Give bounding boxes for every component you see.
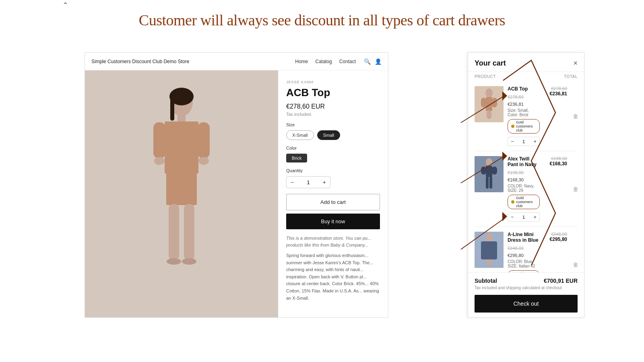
nav-catalog[interactable]: Catalog xyxy=(315,59,332,64)
product-price: €278,60 EUR xyxy=(286,103,380,110)
item-total-orig-3: €348,00 xyxy=(551,232,567,237)
item-delete-1[interactable]: 🗑 xyxy=(573,113,578,119)
svg-rect-20 xyxy=(486,166,492,177)
account-icon[interactable]: 👤 xyxy=(375,58,382,65)
item-qty-decrease-2[interactable]: − xyxy=(508,213,517,221)
cart-title: Your cart xyxy=(475,59,506,68)
svg-point-25 xyxy=(486,234,492,242)
item-thumb-model-3 xyxy=(477,234,501,266)
item-total-disc-1: €236,81 xyxy=(550,91,567,97)
gold-dot-1 xyxy=(511,125,514,128)
cart-item-2: Alex Twill Pant in Navy €198,00 €168,30 … xyxy=(475,151,578,227)
buy-now-button[interactable]: Buy it now xyxy=(286,214,380,229)
color-options: Brick xyxy=(286,154,380,162)
item-delete-3[interactable]: 🗑 xyxy=(573,261,578,268)
item-total-disc-3: €295,80 xyxy=(550,237,567,242)
item-total-orig-2: €198,00 xyxy=(551,156,567,161)
qty-decrease[interactable]: − xyxy=(287,177,298,188)
item-qty-val-1: 1 xyxy=(517,139,531,144)
badge-label-2: Gold customers club xyxy=(516,196,536,208)
qty-increase[interactable]: + xyxy=(319,177,330,188)
svg-point-19 xyxy=(486,158,492,166)
svg-rect-4 xyxy=(165,121,198,174)
cart-item: ACB Top €278,60 €236,81 Size: Small,Colo… xyxy=(475,81,578,151)
product-image-area xyxy=(85,70,278,317)
svg-rect-22 xyxy=(492,167,497,175)
svg-rect-21 xyxy=(481,167,486,175)
item-info-1: ACB Top €278,60 €236,81 Size: Small,Colo… xyxy=(508,86,540,146)
nav-home[interactable]: Home xyxy=(295,59,308,64)
size-xsmall[interactable]: X-Small xyxy=(286,130,314,140)
color-brick[interactable]: Brick xyxy=(286,154,307,162)
svg-rect-11 xyxy=(184,204,194,260)
item-info-3: A-Line Mini Dress in Blue €348,00 €295,8… xyxy=(508,232,540,272)
item-total-orig-1: €278,60 xyxy=(551,86,567,91)
qty-value: 1 xyxy=(298,179,319,185)
size-small[interactable]: Small xyxy=(317,130,341,140)
svg-rect-10 xyxy=(169,204,179,260)
item-qty-decrease-1[interactable]: − xyxy=(508,137,517,146)
cart-footer: Subtotal €700,91 EUR Tax included and sh… xyxy=(468,272,584,317)
item-qty-1: − 1 + xyxy=(508,137,540,146)
checkout-button[interactable]: Check out xyxy=(475,295,578,313)
item-qty-increase-1[interactable]: + xyxy=(530,137,539,146)
search-icon[interactable]: 🔍 xyxy=(364,58,371,65)
tax-note: Tax included. xyxy=(286,112,380,117)
svg-rect-18 xyxy=(487,110,491,119)
headline: Customer will always see discount in all… xyxy=(0,11,644,29)
item-name-2: Alex Twill Pant in Navy xyxy=(508,156,540,167)
store-nav: Simple Customers Discount Club Demo Stor… xyxy=(85,53,388,70)
item-price-col-2: €198,00 €168,30 xyxy=(544,156,567,222)
item-name-1: ACB Top xyxy=(508,86,540,92)
item-orig-3: €348,00 xyxy=(508,246,524,251)
cart-items: ACB Top €278,60 €236,81 Size: Small,Colo… xyxy=(468,81,584,272)
item-delete-2[interactable]: 🗑 xyxy=(573,186,578,192)
svg-rect-5 xyxy=(153,122,165,158)
item-price-col-3: €348,00 €295,80 xyxy=(544,232,567,272)
gold-dot-2 xyxy=(511,200,514,204)
product-detail: JESSE KAMM ACB Top €278,60 EUR Tax inclu… xyxy=(278,70,388,317)
cart-item-3: A-Line Mini Dress in Blue €348,00 €295,8… xyxy=(475,227,578,272)
svg-point-13 xyxy=(182,258,196,265)
item-orig-1: €278,60 xyxy=(508,95,524,99)
col-total-header: TOTAL xyxy=(564,74,578,79)
product-desc: Spring forward with glorious enthusiasm.… xyxy=(286,252,380,302)
svg-rect-16 xyxy=(481,98,486,107)
svg-rect-27 xyxy=(486,259,489,265)
item-sale-2: €168,30 xyxy=(508,177,524,182)
svg-rect-23 xyxy=(486,177,489,189)
color-label: Color xyxy=(286,146,380,150)
item-price-col-1: €278,60 €236,81 xyxy=(544,86,567,146)
svg-point-12 xyxy=(167,258,181,265)
add-to-cart-button[interactable]: Add to cart xyxy=(286,194,380,210)
item-thumb-3 xyxy=(475,232,504,268)
subtotal-value: €700,91 EUR xyxy=(544,278,578,284)
store-nav-icons: 🔍 👤 xyxy=(364,58,382,65)
item-attr-3: COLOR: Blue,SIZE: Italian 42 xyxy=(508,259,540,268)
qty-control: − 1 + xyxy=(286,176,330,188)
item-attr-1: Size: Small,Color: Brick xyxy=(508,108,540,117)
item-sale-1: €236,81 xyxy=(508,102,524,107)
col-product-header: PRODUCT xyxy=(475,74,496,79)
svg-rect-24 xyxy=(489,177,492,189)
subtotal-row: Subtotal €700,91 EUR xyxy=(475,278,578,284)
item-sale-3: €295,80 xyxy=(508,253,524,258)
size-label: Size xyxy=(286,122,380,127)
item-qty-increase-2[interactable]: + xyxy=(530,213,539,221)
item-thumb-model-2 xyxy=(477,158,501,190)
item-thumb-2 xyxy=(475,156,504,192)
svg-point-14 xyxy=(485,88,493,97)
item-thumb-model-1 xyxy=(477,88,501,120)
item-name-3: A-Line Mini Dress in Blue xyxy=(508,232,540,243)
badge-label-1: Gold customers club xyxy=(516,120,536,132)
gold-badge-2: Gold customers club xyxy=(508,195,540,209)
nav-contact[interactable]: Contact xyxy=(339,59,356,64)
svg-rect-15 xyxy=(486,97,492,111)
brand-label: JESSE KAMM xyxy=(286,80,380,84)
store-nav-links: Home Catalog Contact xyxy=(295,59,356,64)
item-qty-val-2: 1 xyxy=(517,215,531,220)
store-brand: Simple Customers Discount Club Demo Stor… xyxy=(91,59,295,64)
cart-close-button[interactable]: × xyxy=(573,59,578,68)
svg-rect-26 xyxy=(481,241,497,259)
top-chevron[interactable]: ⌃ xyxy=(62,1,68,10)
